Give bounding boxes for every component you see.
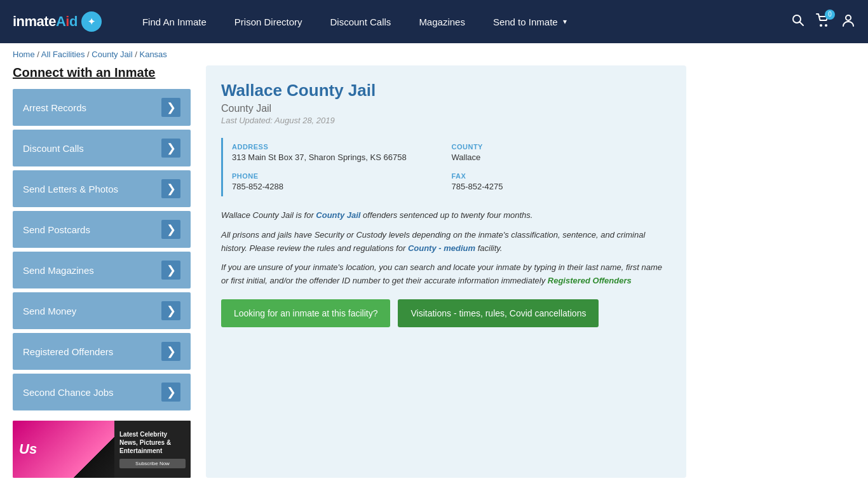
svg-point-6	[846, 15, 851, 20]
sidebar-item-registered-offenders[interactable]: Registered Offenders ❯	[13, 333, 191, 370]
nav-prison-directory[interactable]: Prison Directory	[220, 0, 316, 43]
facility-content: Wallace County Jail County Jail Last Upd…	[206, 65, 686, 478]
arrow-icon: ❯	[161, 301, 180, 320]
county-label: COUNTY	[452, 143, 672, 151]
user-icon[interactable]	[841, 13, 855, 30]
county-medium-link[interactable]: County - medium	[408, 243, 475, 253]
sidebar-item-arrest-records[interactable]: Arrest Records ❯	[13, 89, 191, 126]
cart-icon[interactable]: 0	[816, 13, 830, 30]
sidebar-item-label: Send Postcards	[23, 224, 90, 235]
nav-send-to-inmate[interactable]: Send to Inmate ▾	[479, 0, 581, 43]
arrow-icon: ❯	[161, 139, 180, 158]
breadcrumb-all-facilities[interactable]: All Facilities	[41, 50, 85, 59]
phone-value: 785-852-4288	[232, 182, 452, 191]
arrow-icon: ❯	[161, 179, 180, 198]
phone-block: PHONE 785-852-4288	[232, 167, 452, 196]
facility-description: Wallace County Jail is for County Jail o…	[221, 209, 671, 288]
ad-title: Latest Celebrity News, Pictures & Entert…	[119, 430, 186, 455]
fax-value: 785-852-4275	[452, 182, 672, 191]
sidebar-item-send-money[interactable]: Send Money ❯	[13, 292, 191, 329]
svg-point-4	[820, 24, 822, 27]
main-nav: Find An Inmate Prison Directory Discount…	[128, 0, 792, 43]
sidebar-item-label: Send Letters & Photos	[23, 184, 118, 194]
nav-magazines[interactable]: Magazines	[405, 0, 479, 43]
fax-label: FAX	[452, 172, 672, 180]
sidebar-item-send-magazines[interactable]: Send Magazines ❯	[13, 252, 191, 288]
sidebar-item-label: Send Money	[23, 306, 76, 316]
phone-label: PHONE	[232, 172, 452, 180]
sidebar-item-label: Registered Offenders	[23, 346, 113, 357]
arrow-icon: ❯	[161, 98, 180, 117]
desc2-rest: facility.	[478, 243, 503, 253]
logo[interactable]: inmateAid ✦	[13, 10, 103, 33]
logo-text: inmateAid	[13, 13, 78, 30]
arrow-icon: ❯	[161, 261, 180, 280]
search-icon[interactable]	[792, 14, 804, 30]
sidebar-item-second-chance-jobs[interactable]: Second Chance Jobs ❯	[13, 374, 191, 410]
facility-subtitle: County Jail	[221, 103, 671, 114]
county-jail-link[interactable]: County Jail	[316, 210, 360, 220]
sidebar-item-label: Send Magazines	[23, 265, 94, 276]
svg-text:✦: ✦	[88, 17, 95, 27]
visitations-button[interactable]: Visitations - times, rules, Covid cancel…	[398, 299, 599, 327]
svg-point-5	[825, 24, 827, 27]
nav-find-inmate[interactable]: Find An Inmate	[128, 0, 220, 43]
fax-block: FAX 785-852-4275	[452, 167, 672, 196]
sidebar-item-discount-calls[interactable]: Discount Calls ❯	[13, 130, 191, 166]
chevron-down-icon: ▾	[563, 17, 567, 26]
county-value: Wallace	[452, 152, 672, 162]
svg-line-3	[800, 22, 804, 25]
sidebar-item-label: Second Chance Jobs	[23, 387, 114, 398]
sidebar-item-label: Discount Calls	[23, 143, 84, 154]
arrow-icon: ❯	[161, 342, 180, 361]
facility-title: Wallace County Jail	[221, 81, 671, 100]
find-inmate-button[interactable]: Looking for an inmate at this facility?	[221, 299, 390, 327]
address-block: ADDRESS 313 Main St Box 37, Sharon Sprin…	[232, 138, 452, 167]
header: inmateAid ✦ Find An Inmate Prison Direct…	[0, 0, 868, 43]
desc1-rest: offenders sentenced up to twenty four mo…	[363, 210, 532, 220]
facility-info-grid: ADDRESS 313 Main St Box 37, Sharon Sprin…	[221, 138, 671, 196]
main-container: Connect with an Inmate Arrest Records ❯ …	[0, 65, 699, 488]
action-buttons: Looking for an inmate at this facility? …	[221, 299, 671, 327]
sidebar-ad: Us Latest Celebrity News, Pictures & Ent…	[13, 421, 191, 478]
sidebar-title: Connect with an Inmate	[13, 65, 191, 80]
breadcrumb-county-jail[interactable]: County Jail	[92, 50, 132, 59]
facility-last-updated: Last Updated: August 28, 2019	[221, 116, 671, 125]
breadcrumb-home[interactable]: Home	[13, 50, 35, 59]
breadcrumb-kansas[interactable]: Kansas	[139, 50, 166, 59]
sidebar-item-send-letters[interactable]: Send Letters & Photos ❯	[13, 170, 191, 207]
address-value: 313 Main St Box 37, Sharon Springs, KS 6…	[232, 152, 452, 162]
sidebar-item-label: Arrest Records	[23, 102, 86, 113]
address-label: ADDRESS	[232, 143, 452, 151]
sidebar-item-send-postcards[interactable]: Send Postcards ❯	[13, 211, 191, 248]
logo-icon: ✦	[80, 10, 103, 33]
registered-offenders-link[interactable]: Registered Offenders	[548, 276, 632, 285]
sidebar: Connect with an Inmate Arrest Records ❯ …	[13, 65, 191, 478]
county-block: COUNTY Wallace	[452, 138, 672, 167]
ad-content: Latest Celebrity News, Pictures & Entert…	[114, 421, 191, 478]
desc1-text: Wallace County Jail is for	[221, 210, 314, 220]
arrow-icon: ❯	[161, 220, 180, 239]
cart-badge: 0	[825, 10, 835, 20]
header-icons: 0	[792, 13, 855, 30]
nav-discount-calls[interactable]: Discount Calls	[316, 0, 405, 43]
arrow-icon: ❯	[161, 383, 180, 402]
breadcrumb: Home / All Facilities / County Jail / Ka…	[0, 43, 868, 65]
ad-subscribe-button[interactable]: Subscribe Now	[119, 459, 186, 468]
